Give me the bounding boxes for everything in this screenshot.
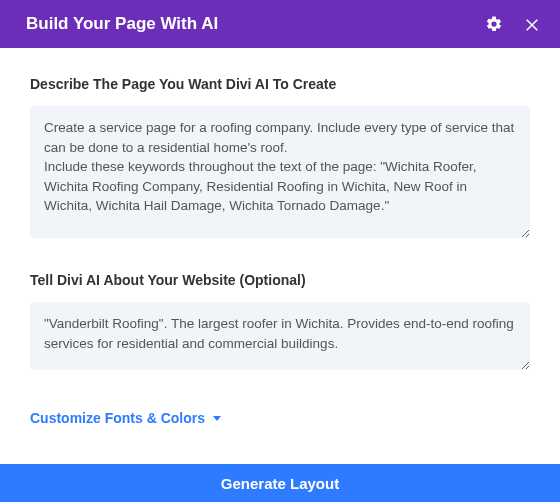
describe-textarea[interactable] <box>30 106 530 238</box>
about-textarea[interactable] <box>30 302 530 370</box>
modal-body: Describe The Page You Want Divi AI To Cr… <box>0 48 560 464</box>
modal-footer: Generate Layout <box>0 464 560 502</box>
gear-icon[interactable] <box>484 14 504 34</box>
header-actions <box>484 14 542 34</box>
close-icon[interactable] <box>522 14 542 34</box>
describe-label: Describe The Page You Want Divi AI To Cr… <box>30 76 530 92</box>
about-label: Tell Divi AI About Your Website (Optiona… <box>30 272 530 288</box>
modal-title: Build Your Page With AI <box>26 14 218 34</box>
generate-layout-button[interactable]: Generate Layout <box>0 464 560 502</box>
chevron-down-icon <box>213 416 221 421</box>
customize-fonts-colors-link[interactable]: Customize Fonts & Colors <box>30 410 530 426</box>
customize-link-label: Customize Fonts & Colors <box>30 410 205 426</box>
modal-header: Build Your Page With AI <box>0 0 560 48</box>
